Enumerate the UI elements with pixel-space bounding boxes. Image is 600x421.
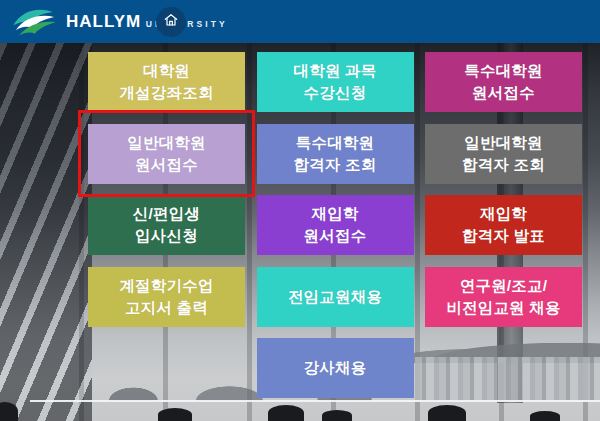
- quick-menu-grid: 대학원개설강좌조회 대학원 과목수강신청 특수대학원원서접수 일반대학원원서접수…: [88, 52, 582, 398]
- logo-bird-icon: [10, 5, 60, 39]
- glass-facade-left: [0, 43, 92, 421]
- app-window: HALLYM UNIVERSITY 대학원개설강좌조회 대학원 과목수강신청 특…: [0, 0, 600, 421]
- menu-button-special-grad-application[interactable]: 특수대학원원서접수: [425, 52, 582, 112]
- menu-button-readmission-application[interactable]: 재입학원서접수: [257, 195, 414, 255]
- menu-button-grad-course-registration[interactable]: 대학원 과목수강신청: [257, 52, 414, 112]
- person-silhouette: [0, 402, 18, 421]
- person-silhouette: [530, 411, 560, 421]
- person-silhouette: [158, 408, 192, 421]
- university-logo[interactable]: HALLYM UNIVERSITY: [10, 5, 228, 39]
- header-bar: HALLYM UNIVERSITY: [0, 0, 600, 43]
- menu-button-lecturer-hiring[interactable]: 강사채용: [257, 338, 414, 398]
- brand-name: HALLYM: [66, 12, 141, 31]
- person-silhouette: [428, 405, 466, 421]
- menu-button-new-transfer-dorm-application[interactable]: 신/편입생입사신청: [88, 195, 245, 255]
- home-button[interactable]: [156, 7, 186, 37]
- person-silhouette: [322, 410, 352, 421]
- menu-button-general-grad-results[interactable]: 일반대학원합격자 조회: [425, 124, 582, 184]
- menu-button-grad-course-list[interactable]: 대학원개설강좌조회: [88, 52, 245, 112]
- menu-button-seasonal-bill-print[interactable]: 계절학기수업고지서 출력: [88, 267, 245, 327]
- menu-button-readmission-results[interactable]: 재입학합격자 발표: [425, 195, 582, 255]
- menu-button-researcher-assistant-hiring[interactable]: 연구원/조교/비전임교원 채용: [425, 267, 582, 327]
- railing-line: [30, 400, 600, 402]
- menu-button-general-grad-application[interactable]: 일반대학원원서접수: [88, 124, 245, 184]
- home-icon: [163, 12, 179, 32]
- menu-button-fulltime-faculty-hiring[interactable]: 전임교원채용: [257, 267, 414, 327]
- person-silhouette: [268, 405, 304, 421]
- menu-button-special-grad-results[interactable]: 특수대학원합격자 조회: [257, 124, 414, 184]
